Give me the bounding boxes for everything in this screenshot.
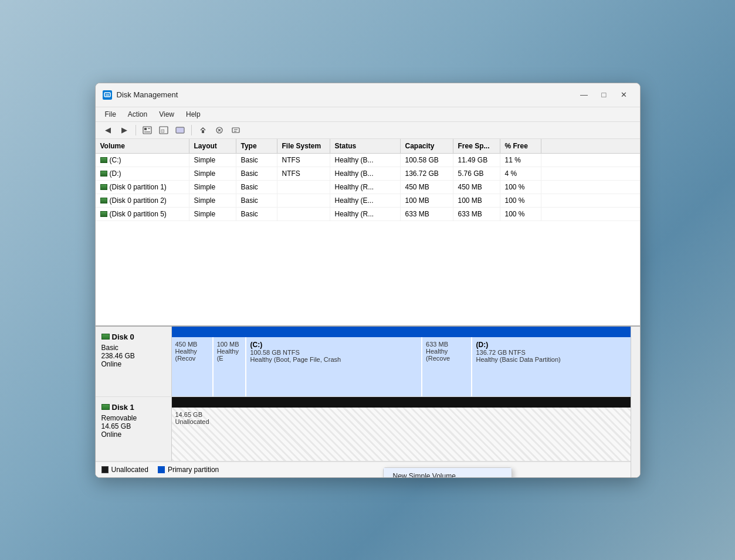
disk-main: Disk 0 Basic 238.46 GB Online 450 M bbox=[96, 327, 631, 477]
volume-icon bbox=[100, 157, 107, 163]
header-fs[interactable]: File System bbox=[277, 139, 330, 153]
ctx-new-simple-volume[interactable]: New Simple Volume... bbox=[384, 468, 512, 478]
cell-type: Basic bbox=[236, 208, 277, 220]
svg-rect-5 bbox=[144, 131, 150, 133]
header-layout[interactable]: Layout bbox=[189, 139, 236, 153]
toolbar-btn4[interactable] bbox=[195, 124, 211, 137]
disk0-icon bbox=[101, 334, 110, 340]
disk0-partition-2[interactable]: 100 MB Healthy (E bbox=[214, 337, 247, 396]
svg-rect-3 bbox=[144, 128, 147, 130]
disk1-partitions: 14.65 GB Unallocated bbox=[172, 408, 631, 461]
cell-status: Healthy (E... bbox=[330, 194, 401, 207]
cell-pct: 4 % bbox=[500, 167, 541, 180]
cell-type: Basic bbox=[236, 194, 277, 207]
cell-capacity: 136.72 GB bbox=[401, 167, 453, 180]
disk0-header-strip bbox=[172, 327, 631, 337]
context-menu: New Simple Volume... New Spanned Volume.… bbox=[383, 467, 512, 478]
close-button[interactable]: ✕ bbox=[615, 88, 633, 102]
table-row[interactable]: (D:) Simple Basic NTFS Healthy (B... 136… bbox=[96, 167, 640, 181]
svg-rect-1 bbox=[106, 94, 109, 96]
disk1-row: Disk 1 Removable 14.65 GB Online 14 bbox=[96, 397, 631, 461]
legend-unallocated: Unallocated bbox=[101, 466, 148, 474]
toolbar-sep-1 bbox=[136, 125, 136, 135]
toolbar-btn2[interactable]: ⊡ bbox=[156, 124, 171, 137]
cell-type: Basic bbox=[236, 154, 277, 167]
cell-type: Basic bbox=[236, 181, 277, 194]
menu-bar: File Action View Help bbox=[96, 107, 640, 122]
disk0-partition-5[interactable]: (D:) 136.72 GB NTFS Healthy (Basic Data … bbox=[472, 337, 630, 396]
window-title: Disk Management bbox=[117, 90, 571, 99]
table-row[interactable]: (Disk 0 partition 1) Simple Basic Health… bbox=[96, 181, 640, 194]
menu-file[interactable]: File bbox=[100, 108, 121, 120]
legend-bar: Unallocated Primary partition bbox=[96, 461, 631, 477]
cell-free: 11.49 GB bbox=[453, 154, 500, 167]
disk1-status: Online bbox=[101, 430, 165, 439]
header-type[interactable]: Type bbox=[236, 139, 277, 153]
svg-rect-9 bbox=[202, 130, 204, 133]
toolbar-btn1[interactable] bbox=[140, 124, 155, 137]
legend-unalloc-box bbox=[101, 466, 109, 473]
disk-management-window: Disk Management — □ ✕ File Action View H… bbox=[95, 83, 641, 478]
cell-pct: 100 % bbox=[500, 208, 541, 220]
toolbar-btn5[interactable] bbox=[212, 124, 227, 137]
disk0-partition-3[interactable]: (C:) 100.58 GB NTFS Healthy (Boot, Page … bbox=[246, 337, 422, 396]
disk0-label: Disk 0 Basic 238.46 GB Online bbox=[96, 327, 172, 396]
cell-pct: 11 % bbox=[500, 154, 541, 167]
cell-fs: NTFS bbox=[277, 154, 330, 167]
disk1-size: 14.65 GB bbox=[101, 422, 165, 430]
disk0-partition-4[interactable]: 633 MB Healthy (Recove bbox=[422, 337, 472, 396]
svg-rect-8 bbox=[176, 127, 184, 133]
cell-fs: NTFS bbox=[277, 167, 330, 180]
cell-free: 100 MB bbox=[453, 194, 500, 207]
cell-layout: Simple bbox=[189, 154, 236, 167]
toolbar-back[interactable]: ◀ bbox=[100, 124, 116, 137]
toolbar-sep-2 bbox=[191, 125, 192, 135]
table-header: Volume Layout Type File System Status Ca… bbox=[96, 139, 640, 154]
cell-volume: (D:) bbox=[96, 167, 189, 180]
svg-rect-11 bbox=[232, 128, 239, 133]
svg-text:⊡: ⊡ bbox=[161, 128, 165, 134]
toolbar-forward[interactable]: ▶ bbox=[117, 124, 132, 137]
toolbar-btn3[interactable] bbox=[172, 124, 188, 137]
disk0-partitions: 450 MB Healthy (Recov 100 MB Healthy (E bbox=[172, 337, 631, 396]
table-row[interactable]: (Disk 0 partition 5) Simple Basic Health… bbox=[96, 208, 640, 221]
cell-free: 450 MB bbox=[453, 181, 500, 194]
table-row[interactable]: (C:) Simple Basic NTFS Healthy (B... 100… bbox=[96, 154, 640, 167]
header-status[interactable]: Status bbox=[330, 139, 401, 153]
cell-capacity: 100.58 GB bbox=[401, 154, 453, 167]
legend-primary-box bbox=[158, 466, 165, 473]
menu-action[interactable]: Action bbox=[123, 108, 152, 120]
disk0-type: Basic bbox=[101, 344, 165, 352]
disk-visual-section: Disk 0 Basic 238.46 GB Online 450 M bbox=[96, 327, 640, 477]
cell-free: 633 MB bbox=[453, 208, 500, 220]
cell-status: Healthy (B... bbox=[330, 167, 401, 180]
header-volume[interactable]: Volume bbox=[96, 139, 189, 153]
disk1-unallocated[interactable]: 14.65 GB Unallocated bbox=[172, 408, 631, 461]
minimize-button[interactable]: — bbox=[575, 88, 593, 102]
volume-icon bbox=[100, 211, 107, 217]
header-freespace[interactable]: Free Sp... bbox=[453, 139, 500, 153]
menu-help[interactable]: Help bbox=[181, 108, 205, 120]
main-scrollbar[interactable] bbox=[631, 327, 640, 477]
cell-fs bbox=[277, 208, 330, 220]
cell-layout: Simple bbox=[189, 194, 236, 207]
menu-view[interactable]: View bbox=[154, 108, 179, 120]
maximize-button[interactable]: □ bbox=[595, 88, 613, 102]
cell-status: Healthy (B... bbox=[330, 154, 401, 167]
cell-fs bbox=[277, 181, 330, 194]
disk1-visual: 14.65 GB Unallocated bbox=[172, 397, 631, 461]
title-bar: Disk Management — □ ✕ bbox=[96, 83, 640, 107]
table-row[interactable]: (Disk 0 partition 2) Simple Basic Health… bbox=[96, 194, 640, 208]
cell-pct: 100 % bbox=[500, 181, 541, 194]
legend-primary: Primary partition bbox=[158, 466, 219, 474]
cell-fs bbox=[277, 194, 330, 207]
disk0-row: Disk 0 Basic 238.46 GB Online 450 M bbox=[96, 327, 631, 397]
disk0-partition-1[interactable]: 450 MB Healthy (Recov bbox=[172, 337, 214, 396]
disk0-visual: 450 MB Healthy (Recov 100 MB Healthy (E bbox=[172, 327, 631, 396]
volume-icon bbox=[100, 184, 107, 190]
toolbar-btn6[interactable] bbox=[228, 124, 243, 137]
cell-volume: (C:) bbox=[96, 154, 189, 167]
volume-icon bbox=[100, 198, 107, 203]
header-capacity[interactable]: Capacity bbox=[401, 139, 453, 153]
header-freepct[interactable]: % Free bbox=[500, 139, 541, 153]
